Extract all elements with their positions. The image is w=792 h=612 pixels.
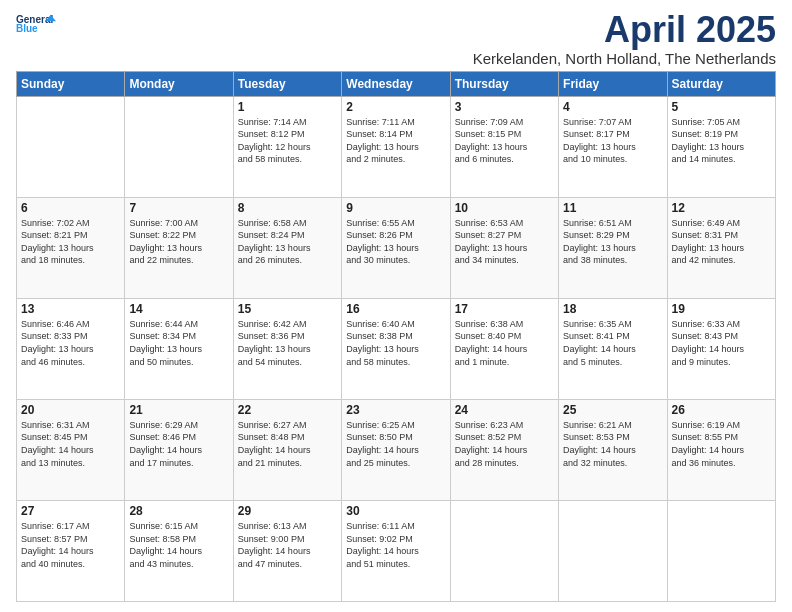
day-info: Sunrise: 6:33 AM Sunset: 8:43 PM Dayligh… [672, 318, 771, 368]
day-info: Sunrise: 6:31 AM Sunset: 8:45 PM Dayligh… [21, 419, 120, 469]
day-info: Sunrise: 7:07 AM Sunset: 8:17 PM Dayligh… [563, 116, 662, 166]
table-row [559, 500, 667, 601]
day-number: 20 [21, 403, 120, 417]
day-number: 8 [238, 201, 337, 215]
day-info: Sunrise: 6:46 AM Sunset: 8:33 PM Dayligh… [21, 318, 120, 368]
month-title: April 2025 [473, 10, 776, 50]
table-row: 21Sunrise: 6:29 AM Sunset: 8:46 PM Dayli… [125, 399, 233, 500]
day-number: 10 [455, 201, 554, 215]
day-number: 28 [129, 504, 228, 518]
day-number: 23 [346, 403, 445, 417]
col-monday: Monday [125, 71, 233, 96]
day-info: Sunrise: 6:13 AM Sunset: 9:00 PM Dayligh… [238, 520, 337, 570]
day-number: 2 [346, 100, 445, 114]
day-info: Sunrise: 6:51 AM Sunset: 8:29 PM Dayligh… [563, 217, 662, 267]
col-tuesday: Tuesday [233, 71, 341, 96]
day-number: 11 [563, 201, 662, 215]
day-number: 17 [455, 302, 554, 316]
day-number: 25 [563, 403, 662, 417]
table-row: 13Sunrise: 6:46 AM Sunset: 8:33 PM Dayli… [17, 298, 125, 399]
day-number: 5 [672, 100, 771, 114]
day-info: Sunrise: 6:21 AM Sunset: 8:53 PM Dayligh… [563, 419, 662, 469]
day-number: 15 [238, 302, 337, 316]
logo: General Blue [16, 10, 56, 38]
header: General Blue April 2025 Kerkelanden, Nor… [16, 10, 776, 67]
day-info: Sunrise: 6:49 AM Sunset: 8:31 PM Dayligh… [672, 217, 771, 267]
day-info: Sunrise: 6:40 AM Sunset: 8:38 PM Dayligh… [346, 318, 445, 368]
day-number: 6 [21, 201, 120, 215]
table-row: 7Sunrise: 7:00 AM Sunset: 8:22 PM Daylig… [125, 197, 233, 298]
day-number: 22 [238, 403, 337, 417]
day-number: 3 [455, 100, 554, 114]
table-row: 1Sunrise: 7:14 AM Sunset: 8:12 PM Daylig… [233, 96, 341, 197]
table-row: 23Sunrise: 6:25 AM Sunset: 8:50 PM Dayli… [342, 399, 450, 500]
table-row: 5Sunrise: 7:05 AM Sunset: 8:19 PM Daylig… [667, 96, 775, 197]
day-number: 14 [129, 302, 228, 316]
table-row: 12Sunrise: 6:49 AM Sunset: 8:31 PM Dayli… [667, 197, 775, 298]
table-row: 25Sunrise: 6:21 AM Sunset: 8:53 PM Dayli… [559, 399, 667, 500]
table-row: 26Sunrise: 6:19 AM Sunset: 8:55 PM Dayli… [667, 399, 775, 500]
day-number: 27 [21, 504, 120, 518]
table-row [667, 500, 775, 601]
day-number: 18 [563, 302, 662, 316]
day-info: Sunrise: 6:55 AM Sunset: 8:26 PM Dayligh… [346, 217, 445, 267]
table-row: 29Sunrise: 6:13 AM Sunset: 9:00 PM Dayli… [233, 500, 341, 601]
day-info: Sunrise: 7:00 AM Sunset: 8:22 PM Dayligh… [129, 217, 228, 267]
day-number: 9 [346, 201, 445, 215]
day-info: Sunrise: 7:05 AM Sunset: 8:19 PM Dayligh… [672, 116, 771, 166]
calendar: Sunday Monday Tuesday Wednesday Thursday… [16, 71, 776, 602]
day-number: 13 [21, 302, 120, 316]
day-info: Sunrise: 6:25 AM Sunset: 8:50 PM Dayligh… [346, 419, 445, 469]
calendar-header-row: Sunday Monday Tuesday Wednesday Thursday… [17, 71, 776, 96]
table-row: 14Sunrise: 6:44 AM Sunset: 8:34 PM Dayli… [125, 298, 233, 399]
day-number: 16 [346, 302, 445, 316]
day-info: Sunrise: 6:44 AM Sunset: 8:34 PM Dayligh… [129, 318, 228, 368]
day-info: Sunrise: 6:17 AM Sunset: 8:57 PM Dayligh… [21, 520, 120, 570]
col-thursday: Thursday [450, 71, 558, 96]
day-info: Sunrise: 6:53 AM Sunset: 8:27 PM Dayligh… [455, 217, 554, 267]
table-row: 27Sunrise: 6:17 AM Sunset: 8:57 PM Dayli… [17, 500, 125, 601]
day-info: Sunrise: 6:19 AM Sunset: 8:55 PM Dayligh… [672, 419, 771, 469]
page: General Blue April 2025 Kerkelanden, Nor… [0, 0, 792, 612]
table-row: 16Sunrise: 6:40 AM Sunset: 8:38 PM Dayli… [342, 298, 450, 399]
day-info: Sunrise: 7:09 AM Sunset: 8:15 PM Dayligh… [455, 116, 554, 166]
table-row: 24Sunrise: 6:23 AM Sunset: 8:52 PM Dayli… [450, 399, 558, 500]
day-info: Sunrise: 6:58 AM Sunset: 8:24 PM Dayligh… [238, 217, 337, 267]
day-number: 30 [346, 504, 445, 518]
logo-icon: General Blue [16, 10, 56, 38]
day-info: Sunrise: 7:11 AM Sunset: 8:14 PM Dayligh… [346, 116, 445, 166]
day-info: Sunrise: 6:23 AM Sunset: 8:52 PM Dayligh… [455, 419, 554, 469]
day-info: Sunrise: 6:27 AM Sunset: 8:48 PM Dayligh… [238, 419, 337, 469]
table-row: 22Sunrise: 6:27 AM Sunset: 8:48 PM Dayli… [233, 399, 341, 500]
table-row: 30Sunrise: 6:11 AM Sunset: 9:02 PM Dayli… [342, 500, 450, 601]
col-wednesday: Wednesday [342, 71, 450, 96]
table-row: 9Sunrise: 6:55 AM Sunset: 8:26 PM Daylig… [342, 197, 450, 298]
day-number: 1 [238, 100, 337, 114]
day-info: Sunrise: 6:29 AM Sunset: 8:46 PM Dayligh… [129, 419, 228, 469]
table-row: 6Sunrise: 7:02 AM Sunset: 8:21 PM Daylig… [17, 197, 125, 298]
day-number: 19 [672, 302, 771, 316]
day-info: Sunrise: 6:35 AM Sunset: 8:41 PM Dayligh… [563, 318, 662, 368]
table-row: 10Sunrise: 6:53 AM Sunset: 8:27 PM Dayli… [450, 197, 558, 298]
table-row: 19Sunrise: 6:33 AM Sunset: 8:43 PM Dayli… [667, 298, 775, 399]
title-block: April 2025 Kerkelanden, North Holland, T… [473, 10, 776, 67]
calendar-week-row: 1Sunrise: 7:14 AM Sunset: 8:12 PM Daylig… [17, 96, 776, 197]
day-info: Sunrise: 6:15 AM Sunset: 8:58 PM Dayligh… [129, 520, 228, 570]
col-saturday: Saturday [667, 71, 775, 96]
day-info: Sunrise: 6:38 AM Sunset: 8:40 PM Dayligh… [455, 318, 554, 368]
svg-text:Blue: Blue [16, 23, 38, 34]
location-title: Kerkelanden, North Holland, The Netherla… [473, 50, 776, 67]
day-number: 26 [672, 403, 771, 417]
col-sunday: Sunday [17, 71, 125, 96]
table-row: 11Sunrise: 6:51 AM Sunset: 8:29 PM Dayli… [559, 197, 667, 298]
day-number: 7 [129, 201, 228, 215]
calendar-week-row: 13Sunrise: 6:46 AM Sunset: 8:33 PM Dayli… [17, 298, 776, 399]
table-row: 28Sunrise: 6:15 AM Sunset: 8:58 PM Dayli… [125, 500, 233, 601]
table-row: 17Sunrise: 6:38 AM Sunset: 8:40 PM Dayli… [450, 298, 558, 399]
day-number: 4 [563, 100, 662, 114]
table-row: 20Sunrise: 6:31 AM Sunset: 8:45 PM Dayli… [17, 399, 125, 500]
table-row [450, 500, 558, 601]
day-info: Sunrise: 7:02 AM Sunset: 8:21 PM Dayligh… [21, 217, 120, 267]
table-row: 15Sunrise: 6:42 AM Sunset: 8:36 PM Dayli… [233, 298, 341, 399]
day-number: 12 [672, 201, 771, 215]
